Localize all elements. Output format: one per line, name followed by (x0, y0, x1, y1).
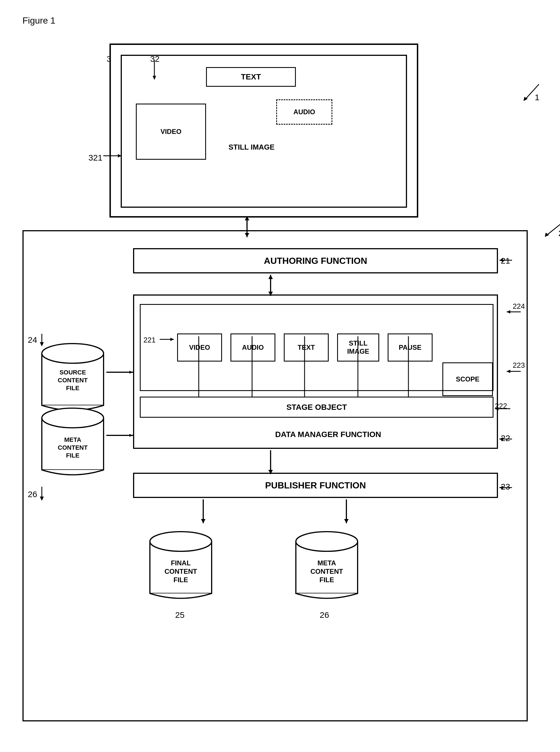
svg-marker-66 (129, 434, 133, 437)
svg-marker-38 (344, 519, 348, 523)
svg-marker-64 (40, 496, 44, 501)
svg-point-50 (42, 344, 104, 363)
svg-line-4 (525, 84, 539, 100)
svg-marker-19 (507, 310, 510, 313)
system-box: 2 AUTHORING FUNCTION 21 221 VIDEO AUDIO (22, 230, 528, 721)
ref223-arrow (507, 367, 523, 375)
authoring-function-box: AUTHORING FUNCTION (133, 248, 498, 273)
svg-text:CONTENT: CONTENT (58, 377, 88, 384)
svg-marker-21 (507, 370, 510, 373)
svg-text:FILE: FILE (174, 576, 188, 584)
meta-content-right-cylinder: META CONTENT FILE (293, 526, 360, 605)
ref-25-label: 25 (175, 610, 184, 620)
svg-marker-36 (201, 519, 205, 523)
svg-marker-17 (171, 338, 174, 341)
svg-text:CONTENT: CONTENT (164, 568, 197, 575)
ref-221-label: 221 (143, 336, 156, 344)
vert-line-text (304, 336, 305, 397)
svg-marker-3 (118, 154, 122, 158)
arrow-auth-dm (265, 275, 276, 296)
ref221-arrow (160, 335, 177, 344)
svg-point-59 (42, 408, 104, 428)
ref224-arrow (507, 308, 523, 316)
svg-text:META: META (318, 559, 336, 567)
display-text-box: TEXT (206, 67, 296, 87)
svg-text:FILE: FILE (66, 452, 79, 459)
vert-line-video (198, 336, 199, 397)
svg-marker-14 (268, 275, 273, 279)
svg-text:CONTENT: CONTENT (58, 444, 88, 451)
svg-text:META: META (64, 436, 81, 443)
ref26-left-arrow (31, 487, 47, 502)
meta-content-left-cylinder: META CONTENT FILE (39, 403, 106, 481)
ref222-arrow (495, 405, 513, 413)
dm-box: 221 VIDEO AUDIO TEXT STILLIMAGE PAUSE SC… (133, 294, 498, 449)
vert-line-pause (408, 336, 409, 397)
svg-text:CONTENT: CONTENT (311, 568, 343, 575)
ref2-arrow (532, 222, 560, 238)
svg-marker-1 (153, 76, 156, 80)
svg-marker-7 (245, 216, 249, 220)
display-audio-box: AUDIO (276, 99, 332, 125)
ref321-arrow (103, 151, 126, 160)
svg-marker-57 (129, 371, 133, 373)
svg-line-9 (546, 224, 560, 236)
svg-text:SOURCE: SOURCE (60, 369, 86, 376)
svg-point-40 (150, 532, 212, 551)
vert-line-audio (252, 336, 253, 397)
svg-text:FINAL: FINAL (171, 559, 191, 567)
svg-marker-12 (499, 259, 503, 262)
svg-marker-34 (499, 486, 503, 489)
ref-321-label: 321 (88, 153, 102, 163)
ref22-arrow (499, 433, 516, 445)
vert-line-still (357, 336, 358, 397)
svg-marker-30 (499, 437, 503, 441)
svg-marker-28 (495, 407, 499, 410)
ref32-arrow (152, 60, 168, 83)
obj-scope-box: SCOPE (442, 362, 493, 396)
dm-function-label: DATA MANAGER FUNCTION (162, 425, 494, 444)
obj-pause-box: PAUSE (388, 333, 433, 362)
svg-text:FILE: FILE (66, 385, 79, 391)
publisher-function-box: PUBLISHER FUNCTION (133, 473, 498, 498)
obj-audio-box: AUDIO (231, 333, 275, 362)
ref1-arrow (517, 81, 544, 104)
final-content-cylinder: FINAL CONTENT FILE (147, 526, 215, 605)
stage-object-box: STAGE OBJECT (140, 397, 494, 418)
arrow-pub-final (198, 500, 209, 523)
objects-row: 221 VIDEO AUDIO TEXT STILLIMAGE PAUSE SC… (140, 304, 494, 391)
figure-label: Figure 1 (22, 16, 55, 26)
arrow-pub-meta (341, 500, 352, 523)
horiz-meta-line (106, 434, 135, 437)
obj-text-box: TEXT (284, 333, 329, 362)
svg-point-45 (296, 532, 358, 551)
ref23-arrow (499, 482, 516, 493)
display-still-image-label: STILL IMAGE (228, 143, 275, 151)
obj-video-box: VIDEO (177, 333, 222, 362)
ref24-arrow (31, 334, 47, 348)
display-video-box: VIDEO (136, 104, 206, 160)
svg-marker-55 (40, 342, 44, 346)
svg-text:FILE: FILE (319, 576, 334, 584)
ref-26-right-label: 26 (320, 610, 329, 620)
arrow-dm-pub (265, 450, 276, 474)
ref21-arrow (499, 255, 516, 266)
horiz-src-line (106, 371, 135, 373)
ref-3-label: 3 (107, 54, 112, 64)
